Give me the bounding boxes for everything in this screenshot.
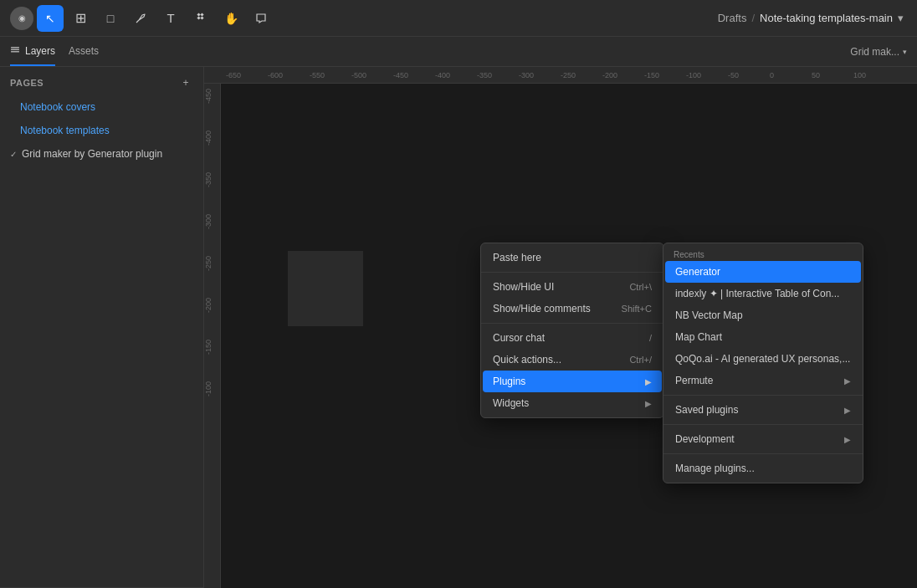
menu-divider-2 — [481, 323, 663, 324]
saved-plugins-arrow-icon: ▶ — [844, 406, 851, 415]
ruler-left: -450 -400 -350 -300 -250 -200 -1 — [204, 84, 221, 588]
breadcrumb-current[interactable]: Note-taking templates-main — [760, 12, 893, 24]
widgets-item[interactable]: Widgets ▶ — [483, 392, 662, 414]
comment-tool[interactable] — [248, 5, 274, 32]
svg-rect-6 — [11, 51, 19, 53]
submenu-divider-3 — [663, 453, 863, 454]
toolbar-left: ◉ ↖ ⊞ □ T ✋ — [10, 5, 715, 32]
manage-plugins-label: Manage plugins... — [675, 463, 851, 474]
show-hide-comments-label: Show/Hide comments — [493, 303, 622, 314]
grid-maker-page[interactable]: ✓ Grid maker by Generator plugin — [3, 143, 200, 165]
text-tool[interactable]: T — [157, 5, 184, 32]
sidebar: Pages + Notebook covers Notebook templat… — [0, 67, 204, 588]
quick-actions-label: Quick actions... — [493, 354, 629, 366]
svg-rect-1 — [200, 13, 203, 16]
plugins-label: Plugins — [493, 376, 645, 387]
breadcrumb-separator: / — [751, 12, 755, 24]
svg-rect-2 — [197, 16, 200, 19]
permute-label: Permute — [675, 375, 844, 386]
select-tool[interactable]: ↖ — [37, 5, 64, 32]
check-icon: ✓ — [10, 150, 17, 159]
breadcrumb-drafts[interactable]: Drafts — [718, 12, 747, 24]
svg-rect-4 — [11, 47, 19, 49]
add-page-button[interactable]: + — [178, 75, 193, 90]
recents-section-label: Recents — [663, 247, 863, 261]
paste-here-label: Paste here — [493, 252, 652, 263]
assets-tab-label: Assets — [69, 45, 99, 57]
chevron-down-icon: ▾ — [903, 48, 907, 56]
qoqo-label: QoQo.ai - AI generated UX personas,... — [675, 353, 851, 365]
avatar-icon[interactable]: ◉ — [10, 7, 33, 30]
canvas[interactable]: -650 -600 -550 -500 -450 -400 -350 -300 … — [204, 67, 917, 588]
development-label: Development — [675, 433, 844, 445]
widgets-label: Widgets — [493, 397, 645, 409]
svg-rect-0 — [197, 13, 200, 16]
breadcrumb-chevron[interactable]: ▾ — [898, 12, 904, 24]
map-chart-item[interactable]: Map Chart — [665, 326, 861, 348]
hand-tool[interactable]: ✋ — [218, 5, 244, 32]
plugins-item[interactable]: Plugins ▶ — [483, 371, 662, 392]
saved-plugins-item[interactable]: Saved plugins ▶ — [665, 399, 861, 421]
context-menu: Paste here Show/Hide UI Ctrl+\ Show/Hide… — [480, 243, 664, 418]
indexly-item[interactable]: indexly ✦ | Interactive Table of Con... — [665, 283, 861, 304]
layers-tab-label: Layers — [25, 45, 55, 57]
frame-tool[interactable]: ⊞ — [67, 5, 94, 32]
permute-arrow-icon: ▶ — [844, 376, 851, 386]
nb-vector-map-label: NB Vector Map — [675, 309, 851, 321]
show-hide-ui-shortcut: Ctrl+\ — [629, 282, 652, 292]
manage-plugins-item[interactable]: Manage plugins... — [665, 458, 861, 479]
layers-icon — [10, 44, 20, 57]
cursor-chat-shortcut: / — [649, 333, 652, 343]
grid-maker-page-label: Grid maker by Generator plugin — [22, 148, 162, 160]
notebook-templates-page[interactable]: Notebook templates — [3, 120, 200, 141]
indexly-label: indexly ✦ | Interactive Table of Con... — [675, 288, 851, 299]
qoqo-item[interactable]: QoQo.ai - AI generated UX personas,... — [665, 348, 861, 370]
saved-plugins-label: Saved plugins — [675, 404, 844, 416]
paste-here-item[interactable]: Paste here — [483, 247, 662, 268]
show-hide-comments-shortcut: Shift+C — [622, 304, 652, 314]
assets-tab[interactable]: Assets — [69, 37, 99, 66]
menu-divider-1 — [481, 272, 663, 273]
pen-tool[interactable] — [127, 5, 154, 32]
main-toolbar: ◉ ↖ ⊞ □ T ✋ Drafts / Note-taking tem — [0, 0, 917, 37]
plugins-arrow-icon: ▶ — [645, 377, 652, 386]
generator-item[interactable]: Generator — [665, 261, 861, 283]
shape-tool[interactable]: □ — [97, 5, 124, 32]
notebook-covers-page[interactable]: Notebook covers — [3, 96, 200, 118]
pages-section-header: Pages + — [0, 67, 203, 95]
quick-actions-shortcut: Ctrl+/ — [629, 355, 652, 365]
ruler-top: -650 -600 -550 -500 -450 -400 -350 -300 … — [204, 67, 917, 84]
pages-section-title: Pages — [10, 78, 44, 88]
plugins-submenu: Recents Generator indexly ✦ | Interactiv… — [663, 243, 863, 483]
map-chart-label: Map Chart — [675, 331, 851, 343]
grid-maker-dropdown[interactable]: Grid mak... ▾ — [850, 46, 907, 58]
svg-rect-3 — [200, 16, 203, 19]
submenu-divider-1 — [663, 395, 863, 396]
submenu-divider-2 — [663, 424, 863, 425]
widgets-arrow-icon: ▶ — [645, 399, 652, 408]
nb-vector-map-item[interactable]: NB Vector Map — [665, 304, 861, 326]
notebook-covers-link[interactable]: Notebook covers — [20, 101, 95, 113]
main-layout: Pages + Notebook covers Notebook templat… — [0, 67, 917, 588]
layers-tab[interactable]: Layers — [10, 37, 55, 66]
show-hide-ui-item[interactable]: Show/Hide UI Ctrl+\ — [483, 276, 662, 298]
cursor-chat-label: Cursor chat — [493, 332, 649, 344]
development-item[interactable]: Development ▶ — [665, 428, 861, 450]
secondary-bar: Layers Assets Grid mak... ▾ — [0, 37, 917, 67]
cursor-chat-item[interactable]: Cursor chat / — [483, 327, 662, 349]
show-hide-comments-item[interactable]: Show/Hide comments Shift+C — [483, 298, 662, 320]
development-arrow-icon: ▶ — [844, 435, 851, 444]
permute-item[interactable]: Permute ▶ — [665, 370, 861, 391]
breadcrumb: Drafts / Note-taking templates-main ▾ — [718, 12, 904, 24]
show-hide-ui-label: Show/Hide UI — [493, 281, 629, 293]
grid-maker-label: Grid mak... — [850, 46, 899, 58]
svg-rect-5 — [11, 49, 19, 51]
notebook-templates-link[interactable]: Notebook templates — [20, 125, 110, 136]
component-tool[interactable] — [187, 5, 214, 32]
quick-actions-item[interactable]: Quick actions... Ctrl+/ — [483, 349, 662, 371]
generator-label: Generator — [675, 266, 851, 278]
